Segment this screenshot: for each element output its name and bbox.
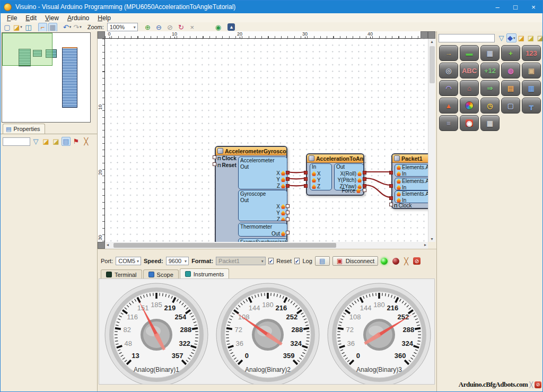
save-icon[interactable]: ◫ [24,23,33,32]
zoom-in-icon[interactable]: ⊕ [143,23,152,32]
tab-properties[interactable]: ▤ Properties [3,124,45,134]
pin-in-y[interactable] [304,177,308,181]
reset-checkbox[interactable]: ✓ [268,258,274,264]
palette-search-input[interactable] [439,34,495,42]
update-icon[interactable]: ↻ [177,23,186,32]
reset-checkbox-label[interactable]: Reset [276,258,292,264]
canvas-horizontal-scrollbar[interactable]: ◂ ▸ [105,242,428,249]
probe-component[interactable]: → [439,45,458,61]
pin-acc-x[interactable] [286,171,290,175]
pin-packet-in1[interactable] [389,171,393,175]
props-tools-icon[interactable]: ╳ [82,137,91,146]
pin-out-yaw[interactable] [363,184,366,188]
boomerang-component[interactable]: ◠ [439,80,458,96]
pin-acc-z[interactable] [286,184,290,188]
redo-icon[interactable]: ↷▾ [73,23,82,32]
calculator-component[interactable]: ▦ [480,45,500,61]
menu-arduino[interactable]: Arduino [63,14,93,22]
text-component[interactable]: ABC [460,63,479,79]
factory-component[interactable]: ⌂ [460,80,479,96]
pin-clock[interactable] [213,155,216,159]
random-component[interactable]: ◍ [501,63,520,79]
block-acceleration-to-angle[interactable]: AccelerationToAngle1 In X Y Z Out X(Roll… [306,153,364,196]
network-component[interactable]: ▥ [522,80,541,96]
pin-in-x[interactable] [304,171,308,175]
log-checkbox[interactable]: ✓ [294,258,300,264]
hscroll-thumb[interactable] [113,243,336,248]
pin-acc-y[interactable] [286,177,290,181]
vscroll-thumb[interactable] [430,46,435,83]
delete-icon[interactable]: × [188,23,197,32]
pin-force[interactable] [363,188,366,192]
keyboard-component[interactable]: ▦ [480,115,500,131]
motor-component[interactable]: ◎ [439,63,458,79]
props-tree-view-icon[interactable]: ▤ [62,137,71,146]
pin-out-roll[interactable] [363,171,366,175]
props-filter-icon[interactable]: ▽ [31,137,40,146]
minimize-button[interactable]: – [488,1,506,13]
props-folder-save-icon[interactable]: ◪ [51,137,60,146]
block-packet[interactable]: Packet1 Elements.Anal In Elements.Anal I… [391,153,428,209]
props-pin-icon[interactable]: ⚑ [72,137,81,146]
props-folder-open-icon[interactable]: ◪ [41,137,50,146]
scroll-left-arrow[interactable]: ◂ [107,242,109,247]
tab-scope[interactable]: Scope [143,269,179,279]
pin-gyro-z[interactable] [286,217,290,221]
zoom-select[interactable]: 100% [107,23,138,31]
grid-icon[interactable]: ▦ [48,23,57,32]
filter-doc-component[interactable]: ≡ [439,115,458,131]
undo-icon[interactable]: ↶▾ [63,23,72,32]
minimap[interactable] [2,32,91,123]
tab-terminal[interactable]: Terminal [101,269,142,279]
arrows-component[interactable]: + [501,45,520,61]
scroll-down-arrow[interactable]: ▾ [428,237,435,241]
ruler-component[interactable]: ▬ [460,45,479,61]
canvas-vertical-scrollbar[interactable]: ▴ ▾ [428,39,435,242]
stop-icon[interactable]: ⊘ [413,257,421,265]
format-select[interactable]: Packet1 [216,257,266,265]
palette-wizard-icon[interactable]: ◆▾ [506,33,516,42]
palette-filter-icon[interactable]: ▽ [497,33,506,42]
menu-view[interactable]: View [41,14,63,22]
flow-component[interactable]: ⇒ [480,80,500,96]
valve-component[interactable]: ┳ [522,98,541,114]
color-wheel-component[interactable] [460,98,479,114]
connection-tools-icon[interactable]: ╳ [404,257,408,265]
port-select[interactable]: COM5 [116,257,141,265]
datetime-component[interactable]: ◷ [480,98,500,114]
chart-component[interactable]: ▲ [439,98,458,114]
properties-search-input[interactable] [3,137,30,146]
pin-packet-in3[interactable] [389,196,393,200]
menu-file[interactable]: File [3,14,21,22]
open-icon[interactable]: ◪▾ [13,23,23,32]
close-button[interactable]: × [524,1,542,13]
zoom-out-icon[interactable]: ⊖ [154,23,163,32]
block-accelerometer-gyroscope[interactable]: AccelerometerGyroscope1 ΠClock ΠReset Ac… [215,146,287,242]
palette-expand-folder-icon[interactable]: ◪ [536,33,543,42]
wire-route-icon[interactable]: ⌐ [38,23,47,32]
minimap-viewport[interactable] [2,33,52,66]
web-help-icon[interactable]: ◉ [214,23,223,32]
log-view-button[interactable]: ▤ [315,256,330,266]
pin-thermo-out[interactable] [286,231,290,234]
pin-in-z[interactable] [304,184,308,188]
new-sketch-icon[interactable]: ▢ [3,23,12,32]
pin-gyro-x[interactable] [286,204,290,208]
menu-help[interactable]: Help [93,14,115,22]
upload-arduino-icon[interactable]: ▲ [227,23,236,32]
palette-new-folder-icon[interactable]: ◪ [517,33,526,42]
zoom-reset-icon[interactable]: ⊘ [165,23,174,32]
scroll-up-arrow[interactable]: ▴ [428,39,435,44]
pin-reset[interactable] [213,162,216,166]
pin-gyro-y[interactable] [286,211,290,214]
speed-select[interactable]: 9600 [166,257,189,265]
maximize-button[interactable]: □ [506,1,524,13]
power-component[interactable]: ◉ [460,115,479,131]
menu-edit[interactable]: Edit [21,14,41,22]
palette-add-folder-icon[interactable]: ◪ [527,33,536,42]
pin-packet-clock[interactable] [389,203,393,206]
pin-out-pitch[interactable] [363,177,366,181]
cards-component[interactable]: ▤ [501,80,520,96]
pin-packet-in2[interactable] [389,184,393,188]
log-checkbox-label[interactable]: Log [302,258,312,264]
